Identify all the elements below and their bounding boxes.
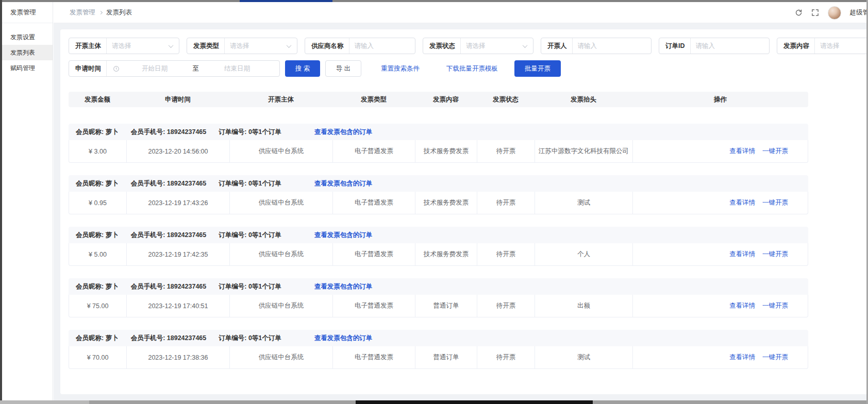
filter-label: 供应商名称 bbox=[305, 42, 349, 50]
date-range-separator: 至 bbox=[186, 64, 206, 73]
column-header-subject: 开票主体 bbox=[229, 92, 332, 107]
chevron-down-icon bbox=[169, 43, 174, 48]
filter-subject-select[interactable]: 开票主体 请选择 bbox=[69, 38, 179, 54]
group-header: 会员昵称: 萝卜 会员手机号: 18924237465 订单编号: 0等1个订单… bbox=[69, 330, 808, 346]
filter-label: 发票类型 bbox=[187, 42, 224, 50]
cell-apply-time: 2023-12-19 17:43:26 bbox=[127, 192, 230, 214]
cell-type: 电子普通发票 bbox=[333, 346, 415, 368]
view-included-orders-link[interactable]: 查看发票包含的订单 bbox=[314, 282, 373, 291]
cell-actions: 查看详情 一键开票 bbox=[633, 192, 809, 214]
cell-actions: 查看详情 一键开票 bbox=[633, 295, 809, 317]
view-detail-link[interactable]: 查看详情 bbox=[729, 198, 755, 207]
order-number: 订单编号: 0等1个订单 bbox=[219, 334, 281, 343]
one-click-issue-link[interactable]: 一键开票 bbox=[762, 147, 788, 156]
filter-placeholder: 请输入 bbox=[691, 42, 770, 50]
member-phone: 会员手机号: 18924237465 bbox=[131, 334, 207, 343]
invoice-group: 会员昵称: 萝卜 会员手机号: 18924237465 订单编号: 0等1个订单… bbox=[69, 278, 808, 317]
view-included-orders-link[interactable]: 查看发票包含的订单 bbox=[314, 179, 373, 188]
cell-amount: ¥ 75.00 bbox=[69, 295, 127, 317]
reset-search-link[interactable]: 重置搜索条件 bbox=[381, 64, 420, 73]
member-phone: 会员手机号: 18924237465 bbox=[131, 179, 207, 188]
cell-status: 待开票 bbox=[477, 295, 535, 317]
group-header: 会员昵称: 萝卜 会员手机号: 18924237465 订单编号: 0等1个订单… bbox=[69, 227, 808, 243]
filter-row-2: 申请时间 开始日期 至 结束日期 搜 索 导 出 重置搜索条件 下载批量开票模板… bbox=[69, 60, 868, 77]
filter-label: 开票主体 bbox=[69, 42, 106, 50]
end-date-input[interactable]: 结束日期 bbox=[206, 64, 268, 73]
cell-amount: ¥ 70.00 bbox=[69, 346, 127, 368]
sidebar-item-invoice-list[interactable]: 发票列表 bbox=[2, 45, 53, 60]
cell-apply-time: 2023-12-19 17:42:35 bbox=[127, 243, 230, 265]
sidebar-item-code-management[interactable]: 赋码管理 bbox=[2, 60, 53, 76]
filter-invoice-status-select[interactable]: 发票状态 请选择 bbox=[423, 38, 533, 54]
view-included-orders-link[interactable]: 查看发票包含的订单 bbox=[314, 334, 373, 343]
one-click-issue-link[interactable]: 一键开票 bbox=[762, 353, 788, 362]
search-button[interactable]: 搜 索 bbox=[285, 60, 320, 77]
filter-label: 申请时间 bbox=[69, 64, 106, 73]
filter-label: 发票状态 bbox=[423, 42, 460, 50]
sidebar-item-invoice-settings[interactable]: 发票设置 bbox=[2, 29, 53, 45]
cell-title: 江苏中源数字文化科技有限公司 bbox=[535, 140, 633, 162]
cell-title: 个人 bbox=[535, 243, 633, 265]
cell-actions: 查看详情 一键开票 bbox=[633, 243, 809, 265]
view-included-orders-link[interactable]: 查看发票包含的订单 bbox=[314, 231, 373, 240]
member-nickname: 会员昵称: 萝卜 bbox=[76, 282, 119, 291]
view-detail-link[interactable]: 查看详情 bbox=[729, 147, 755, 156]
filter-row-1: 开票主体 请选择 发票类型 请选择 供应商名称 请输入 发票状态 请选择 开票人… bbox=[69, 38, 868, 54]
cell-content: 技术服务费发票 bbox=[415, 140, 477, 162]
start-date-input[interactable]: 开始日期 bbox=[124, 64, 186, 73]
cell-type: 电子普通发票 bbox=[333, 295, 415, 317]
order-number: 订单编号: 0等1个订单 bbox=[219, 231, 281, 240]
table-row: ¥ 5.00 2023-12-19 17:42:35 供应链中台系统 电子普通发… bbox=[69, 243, 808, 266]
filter-placeholder: 请输入 bbox=[573, 42, 652, 50]
cell-type: 电子普通发票 bbox=[333, 140, 415, 162]
order-number: 订单编号: 0等1个订单 bbox=[219, 282, 281, 291]
cell-title: 测试 bbox=[535, 346, 633, 368]
view-detail-link[interactable]: 查看详情 bbox=[729, 301, 755, 310]
cell-status: 待开票 bbox=[477, 346, 535, 368]
order-number: 订单编号: 0等1个订单 bbox=[219, 128, 281, 137]
user-avatar[interactable] bbox=[828, 6, 841, 20]
refresh-icon[interactable] bbox=[795, 9, 803, 16]
view-detail-link[interactable]: 查看详情 bbox=[729, 250, 755, 259]
filter-label: 开票人 bbox=[541, 42, 572, 50]
filter-apply-time-range[interactable]: 申请时间 开始日期 至 结束日期 bbox=[69, 60, 280, 77]
filter-supplier-input[interactable]: 供应商名称 请输入 bbox=[305, 38, 415, 54]
filter-issuer-input[interactable]: 开票人 请输入 bbox=[541, 38, 652, 54]
cell-type: 电子普通发票 bbox=[333, 243, 415, 265]
cell-actions: 查看详情 一键开票 bbox=[633, 346, 809, 368]
filter-invoice-content-select[interactable]: 发票内容 请选择 bbox=[777, 38, 868, 54]
table-row: ¥ 0.95 2023-12-19 17:43:26 供应链中台系统 电子普通发… bbox=[69, 192, 808, 214]
column-header-actions: 操作 bbox=[632, 92, 808, 107]
download-template-link[interactable]: 下载批量开票模板 bbox=[446, 64, 498, 73]
fullscreen-icon[interactable] bbox=[811, 9, 819, 16]
view-detail-link[interactable]: 查看详情 bbox=[729, 353, 755, 362]
filter-label: 发票内容 bbox=[777, 42, 814, 50]
filter-invoice-type-select[interactable]: 发票类型 请选择 bbox=[187, 38, 297, 54]
filter-placeholder: 请选择 bbox=[815, 42, 868, 50]
view-included-orders-link[interactable]: 查看发票包含的订单 bbox=[314, 128, 373, 137]
one-click-issue-link[interactable]: 一键开票 bbox=[762, 250, 788, 259]
table-row: ¥ 3.00 2023-12-20 14:56:00 供应链中台系统 电子普通发… bbox=[69, 140, 808, 163]
chevron-right-icon bbox=[99, 10, 103, 14]
filter-order-id-input[interactable]: 订单ID 请输入 bbox=[659, 38, 770, 54]
column-header-apply-time: 申请时间 bbox=[126, 92, 229, 107]
sidebar-title: 发票管理 bbox=[2, 2, 53, 23]
horizontal-scrollbar-thumb[interactable] bbox=[356, 400, 593, 404]
sidebar-menu: 发票设置 发票列表 赋码管理 bbox=[2, 23, 53, 76]
group-header: 会员昵称: 萝卜 会员手机号: 18924237465 订单编号: 0等1个订单… bbox=[69, 124, 808, 140]
one-click-issue-link[interactable]: 一键开票 bbox=[762, 198, 788, 207]
member-nickname: 会员昵称: 萝卜 bbox=[76, 128, 119, 137]
top-header: 发票管理 发票列表 超级管理员 bbox=[54, 2, 868, 23]
one-click-issue-link[interactable]: 一键开票 bbox=[762, 301, 788, 310]
user-name[interactable]: 超级管理员 bbox=[850, 8, 868, 17]
breadcrumb-current: 发票列表 bbox=[106, 8, 132, 17]
group-header: 会员昵称: 萝卜 会员手机号: 18924237465 订单编号: 0等1个订单… bbox=[69, 278, 808, 295]
batch-invoice-button[interactable]: 批量开票 bbox=[514, 60, 561, 77]
main-content: 发票管理 发票列表 超级管理员 开票主体 请选择 发票类型 请选择 bbox=[54, 2, 868, 400]
member-nickname: 会员昵称: 萝卜 bbox=[76, 334, 119, 343]
horizontal-scrollbar[interactable] bbox=[0, 400, 868, 404]
breadcrumb-root[interactable]: 发票管理 bbox=[70, 8, 95, 17]
export-button[interactable]: 导 出 bbox=[325, 60, 361, 77]
scrollbar-track-segment bbox=[0, 400, 89, 404]
member-nickname: 会员昵称: 萝卜 bbox=[76, 231, 119, 240]
